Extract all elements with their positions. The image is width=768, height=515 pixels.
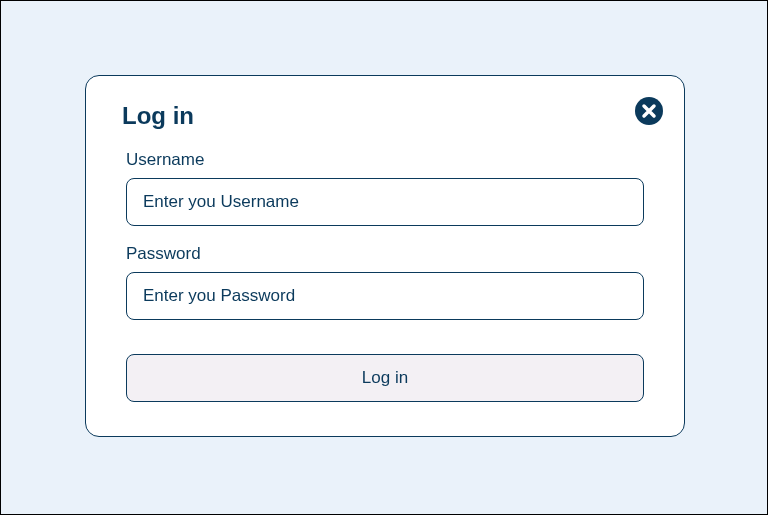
password-label: Password: [126, 244, 644, 264]
username-group: Username: [122, 150, 648, 226]
password-input[interactable]: [126, 272, 644, 320]
modal-title: Log in: [122, 102, 648, 130]
username-input[interactable]: [126, 178, 644, 226]
close-icon: [634, 96, 664, 126]
username-label: Username: [126, 150, 644, 170]
close-button[interactable]: [634, 96, 664, 126]
password-group: Password: [122, 244, 648, 320]
login-modal: Log in Username Password Log in: [85, 75, 685, 437]
login-button[interactable]: Log in: [126, 354, 644, 402]
